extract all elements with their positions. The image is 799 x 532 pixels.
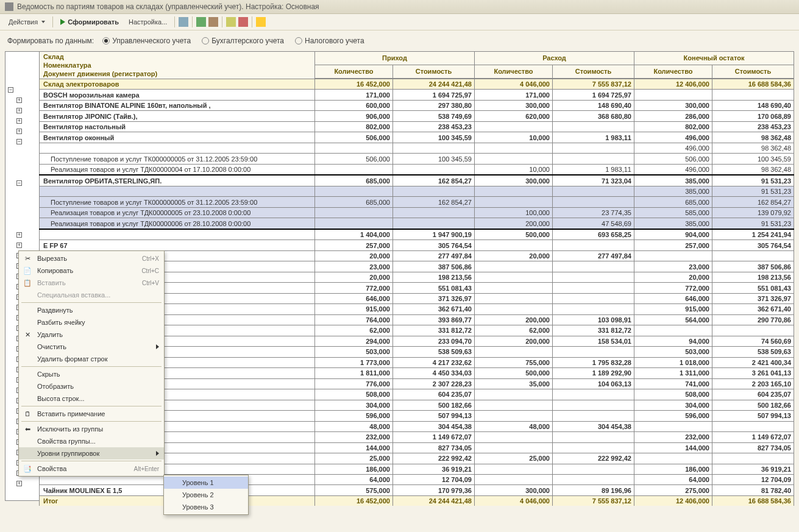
menu-item[interactable]: Скрыть bbox=[19, 368, 164, 380]
cell-value: 596,000 bbox=[314, 411, 392, 421]
actions-menu-button[interactable]: Действия bbox=[5, 17, 49, 27]
cell-value bbox=[712, 250, 794, 261]
submenu-item-level-2[interactable]: Уровень 2 bbox=[164, 489, 248, 501]
export-icon[interactable] bbox=[226, 17, 236, 27]
header-qty: Количество bbox=[474, 65, 552, 78]
cell-value: 24 244 421,48 bbox=[392, 79, 474, 90]
cell-value: 233 094,70 bbox=[392, 336, 474, 346]
separator bbox=[252, 16, 252, 27]
cell-value bbox=[314, 218, 392, 229]
cell-value bbox=[552, 389, 634, 400]
grid-icon[interactable] bbox=[208, 17, 218, 27]
menu-item[interactable]: Удалить формат строк bbox=[19, 353, 164, 365]
chart-icon[interactable] bbox=[238, 17, 248, 27]
radio-option-1[interactable]: Бухгалтерского учета bbox=[202, 37, 284, 45]
tree-expander[interactable]: + bbox=[5, 105, 39, 116]
accounting-type-radios: Управленческого учетаБухгалтерского учет… bbox=[102, 37, 364, 45]
submenu-item-level-3[interactable]: Уровень 3 bbox=[164, 501, 248, 506]
cell-value: 506,000 bbox=[314, 132, 392, 143]
menu-item-shortcut: Ctrl+C bbox=[141, 268, 159, 274]
cell-value: 1 404,000 bbox=[314, 229, 392, 240]
settings-button[interactable]: Настройка... bbox=[125, 17, 171, 27]
help-icon[interactable] bbox=[256, 17, 266, 27]
cell-value bbox=[552, 293, 634, 303]
menu-item[interactable]: Очистить bbox=[19, 341, 164, 353]
separator bbox=[52, 16, 53, 27]
table-row[interactable]: Поступление товаров и услуг ТК000000005 … bbox=[39, 154, 794, 164]
table-row[interactable]: Вентилятор JIPONIC (Тайв.),906,000538 74… bbox=[39, 111, 794, 121]
tree-expander[interactable]: − bbox=[5, 137, 39, 147]
menu-item[interactable]: ✂ВырезатьCtrl+X bbox=[19, 252, 164, 264]
menu-item[interactable]: Свойства группы... bbox=[19, 435, 164, 447]
tree-icon[interactable] bbox=[196, 17, 206, 27]
menu-item: Специальная вставка... bbox=[19, 289, 164, 301]
table-row[interactable]: 385,00091 531,23 bbox=[39, 186, 794, 196]
tree-expander[interactable]: + bbox=[5, 116, 39, 126]
menu-item-label: Вставить bbox=[37, 279, 66, 286]
table-row[interactable]: Вентилятор настольный802,000238 453,2380… bbox=[39, 121, 794, 132]
cell-value: 385,000 bbox=[634, 175, 712, 186]
table-row[interactable]: E FP 67257,000305 764,54257,000305 764,5… bbox=[39, 240, 794, 250]
table-row[interactable]: Реализация товаров и услуг ТДК00000005 о… bbox=[39, 207, 794, 218]
menu-item[interactable]: 🗒Вставить примечание bbox=[19, 408, 164, 420]
table-row[interactable]: Итог16 452,00024 244 421,484 046,0007 55… bbox=[39, 495, 794, 506]
cell-value: 148 690,40 bbox=[712, 100, 794, 110]
menu-item[interactable]: ✕Удалить bbox=[19, 328, 164, 341]
submenu-item-label: Уровень 3 bbox=[182, 503, 214, 506]
menu-item[interactable]: 📄КопироватьCtrl+C bbox=[19, 264, 164, 277]
menu-item[interactable]: 📑СвойстваAlt+Enter bbox=[19, 463, 164, 475]
table-icon[interactable] bbox=[179, 17, 188, 27]
cell-value: 500,000 bbox=[474, 368, 552, 378]
table-row[interactable]: Реализация товаров и услуг ТДК00000006 о… bbox=[39, 218, 794, 229]
menu-item[interactable]: ⬅Исключить из группы bbox=[19, 423, 164, 435]
cell-value: 277 497,84 bbox=[552, 250, 634, 261]
cell-value: 200,000 bbox=[474, 314, 552, 325]
table-row[interactable]: Вентилятор оконный506,000100 345,5910,00… bbox=[39, 132, 794, 143]
menu-item[interactable]: Раздвинуть bbox=[19, 304, 164, 316]
tree-expander[interactable]: − bbox=[5, 178, 39, 188]
menu-item-label: Скрыть bbox=[37, 371, 60, 378]
tree-expander[interactable]: − bbox=[5, 85, 39, 95]
submenu-item-level-1[interactable]: Уровень 1 bbox=[164, 477, 248, 489]
menu-item[interactable]: Высота строк... bbox=[19, 392, 164, 405]
cell-value: 139 079,92 bbox=[712, 207, 794, 218]
menu-item[interactable]: Отобразить bbox=[19, 380, 164, 392]
generate-button[interactable]: Сформировать bbox=[57, 17, 123, 27]
table-row[interactable]: Реализация товаров и услуг ТДК00000004 о… bbox=[39, 164, 794, 175]
cell-value bbox=[474, 474, 552, 484]
cell-value: 915,000 bbox=[314, 304, 392, 314]
table-row[interactable]: Склад электротоваров16 452,00024 244 421… bbox=[39, 79, 794, 90]
minus-icon: − bbox=[16, 139, 22, 144]
tree-expander[interactable]: + bbox=[5, 478, 39, 489]
table-row[interactable]: 496,00098 362,48 bbox=[39, 143, 794, 153]
table-row[interactable]: 1 404,0001 947 900,19500,000693 658,2590… bbox=[39, 229, 794, 240]
radio-option-0[interactable]: Управленческого учета bbox=[102, 37, 191, 45]
cell-value: 300,000 bbox=[474, 485, 552, 495]
table-row[interactable]: Вентилятор BINATONE ALPINE 160вт, наполь… bbox=[39, 100, 794, 110]
table-row[interactable]: Чайник MOULINEX E 1,5575,000170 979,3630… bbox=[39, 485, 794, 495]
cell-value: 802,000 bbox=[314, 121, 392, 132]
cell-value bbox=[474, 272, 552, 282]
menu-item[interactable]: Разбить ячейку bbox=[19, 316, 164, 328]
radio-option-2[interactable]: Налогового учета bbox=[295, 37, 364, 45]
tree-expander[interactable]: + bbox=[5, 230, 39, 240]
tree-expander[interactable]: + bbox=[5, 240, 39, 250]
cell-value: 20,000 bbox=[314, 272, 392, 282]
cell-value: 81 782,40 bbox=[712, 485, 794, 495]
table-row[interactable]: BOSCH морозильная камера171,0001 694 725… bbox=[39, 90, 794, 100]
cell-value: 277 497,84 bbox=[392, 250, 474, 261]
table-row[interactable]: Поступление товаров и услуг ТК000000005 … bbox=[39, 197, 794, 207]
cell-value bbox=[552, 272, 634, 282]
menu-item[interactable]: Уровни группировок bbox=[19, 447, 164, 459]
cell-value: 24 244 421,48 bbox=[392, 495, 474, 506]
cell-value bbox=[552, 154, 634, 164]
cell-value: 275,000 bbox=[634, 485, 712, 495]
tree-expander[interactable]: + bbox=[5, 126, 39, 137]
radio-label: Налогового учета bbox=[305, 37, 364, 45]
cell-value: 23 774,35 bbox=[552, 207, 634, 218]
cell-value: 755,000 bbox=[474, 357, 552, 367]
cell-value: 331 812,72 bbox=[552, 325, 634, 336]
menu-separator bbox=[21, 461, 162, 461]
tree-expander[interactable]: + bbox=[5, 95, 39, 105]
table-row[interactable]: Вентилятор ОРБИТА,STERLING,ЯП.685,000162… bbox=[39, 175, 794, 186]
